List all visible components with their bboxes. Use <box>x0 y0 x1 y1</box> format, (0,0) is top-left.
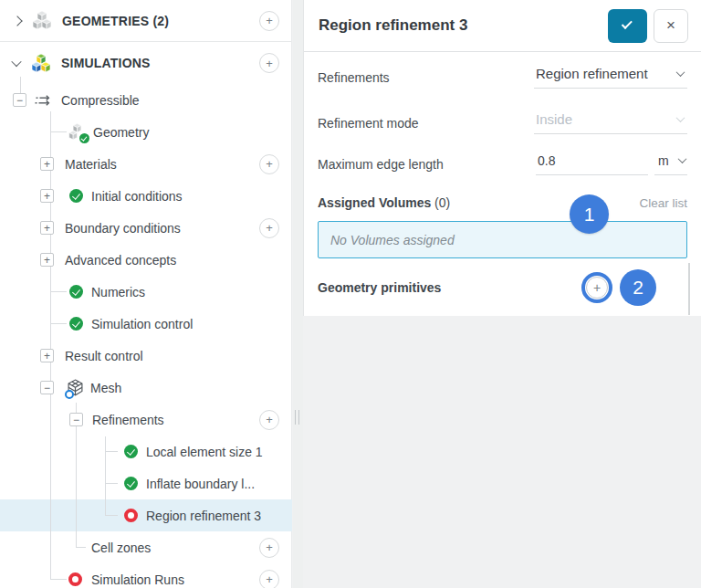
tree-item-local-element-size[interactable]: Local element size 1 <box>0 436 291 467</box>
tree-item-result-control[interactable]: + Result control <box>0 340 291 372</box>
collapse-toggle[interactable]: − <box>13 93 26 107</box>
maximum-edge-length-input[interactable] <box>536 153 648 175</box>
success-check-icon <box>124 477 138 490</box>
field-row-max-edge-length: Maximum edge length m <box>318 143 687 184</box>
tree-item-label: Geometry <box>93 125 149 140</box>
close-button[interactable]: × <box>654 9 688 43</box>
tree-item-refinements[interactable]: − Refinements + <box>0 404 291 436</box>
error-status-icon <box>68 572 82 586</box>
section-label: SIMULATIONS <box>61 56 151 70</box>
tree-item-label: Local element size 1 <box>146 445 263 459</box>
tree-item-label: Cell zones <box>91 541 151 555</box>
annotation-step-1-badge: 1 <box>570 194 609 234</box>
clear-list-button[interactable]: Clear list <box>639 196 687 210</box>
assigned-volumes-count: (0) <box>434 195 450 210</box>
tree-item-label: Simulation Runs <box>91 572 184 587</box>
success-check-icon <box>124 445 138 458</box>
tree-item-advanced-concepts[interactable]: + Advanced concepts <box>0 244 291 276</box>
add-cell-zone-button[interactable]: + <box>259 538 279 558</box>
tree-item-simulation-runs[interactable]: Simulation Runs + <box>0 563 291 588</box>
unit-select[interactable]: m <box>654 153 687 175</box>
refinement-mode-select[interactable]: Inside <box>534 111 687 134</box>
field-row-refinements: Refinements Region refinement <box>318 52 687 102</box>
add-simulation-run-button[interactable]: + <box>259 570 279 588</box>
expand-toggle[interactable]: + <box>40 349 54 362</box>
annotation-step-2-badge: 2 <box>620 269 656 306</box>
tree-item-label: Initial conditions <box>91 189 183 204</box>
add-simulation-button[interactable]: + <box>259 53 279 73</box>
assigned-volumes-label: Assigned Volumes <box>318 195 431 210</box>
project-tree-sidebar: GEOMETRIES (2) + SIMULATIONS <box>0 0 292 588</box>
geometry-primitives-row: Geometry primitives + 2 <box>318 258 687 316</box>
panel-gutter <box>293 0 303 588</box>
tree-item-label: Materials <box>65 157 117 172</box>
mesh-cube-icon <box>67 379 84 396</box>
geometry-primitives-label: Geometry primitives <box>318 280 441 295</box>
tree-item-compressible[interactable]: − Compressible <box>0 84 291 116</box>
field-label: Maximum edge length <box>318 157 444 172</box>
tree-item-label: Inflate boundary l... <box>146 477 255 491</box>
expand-toggle[interactable]: + <box>40 221 54 235</box>
collapse-toggle[interactable]: − <box>40 381 54 394</box>
tree-item-cell-zones[interactable]: Cell zones + <box>0 531 291 563</box>
cubes-grey-icon <box>31 11 53 30</box>
tree-item-label: Region refinement 3 <box>146 509 261 523</box>
expand-toggle[interactable]: + <box>40 189 54 203</box>
panel-title: Region refinement 3 <box>319 16 608 35</box>
chevron-right-icon[interactable] <box>12 16 22 26</box>
tree-item-simulation-control[interactable]: Simulation control <box>0 308 291 340</box>
select-value: m <box>658 153 669 168</box>
tree-item-label: Mesh <box>90 381 121 395</box>
expand-toggle[interactable]: + <box>40 253 54 267</box>
add-boundary-condition-button[interactable]: + <box>259 218 279 238</box>
field-label: Refinements <box>318 70 390 85</box>
no-volumes-info-box: No Volumes assigned <box>318 221 687 258</box>
tree-item-initial-conditions[interactable]: + Initial conditions <box>0 180 291 212</box>
geometry-cubes-icon <box>68 123 87 141</box>
panel-scrollbar-thumb[interactable] <box>688 263 690 315</box>
section-label: GEOMETRIES (2) <box>62 14 169 28</box>
select-value: Inside <box>536 111 572 127</box>
check-icon <box>622 18 633 29</box>
panel-header: Region refinement 3 × <box>304 0 701 52</box>
add-geometry-button[interactable]: + <box>259 11 279 31</box>
chevron-down-icon <box>676 113 685 122</box>
chevron-down-icon[interactable] <box>11 57 21 67</box>
confirm-button[interactable] <box>608 9 647 43</box>
tree-item-geometry[interactable]: Geometry <box>0 116 291 148</box>
tree-item-label: Refinements <box>92 413 164 427</box>
expand-toggle[interactable]: + <box>40 157 54 171</box>
success-check-icon <box>69 285 83 299</box>
add-geometry-primitive-button[interactable]: + <box>586 277 608 299</box>
tree-item-numerics[interactable]: Numerics <box>0 276 291 308</box>
tree-item-label: Boundary conditions <box>65 221 181 236</box>
cubes-color-icon <box>30 54 52 73</box>
settings-panel: Region refinement 3 × Refinements Region… <box>303 0 701 316</box>
panel-resize-handle[interactable] <box>295 410 299 425</box>
tree-item-boundary-conditions[interactable]: + Boundary conditions + <box>0 212 291 244</box>
tree-item-label: Numerics <box>91 285 145 299</box>
field-row-refinement-mode: Refinement mode Inside <box>318 102 687 143</box>
select-value: Region refinement <box>536 66 648 81</box>
flow-arrows-icon <box>34 94 54 107</box>
tree-item-region-refinement[interactable]: Region refinement 3 <box>0 499 291 531</box>
success-check-icon <box>69 189 83 203</box>
success-check-badge <box>79 133 89 143</box>
tree-item-label: Result control <box>65 349 143 363</box>
tree-item-label: Compressible <box>61 93 140 108</box>
section-simulations[interactable]: SIMULATIONS + <box>0 42 291 84</box>
error-status-icon <box>124 509 138 522</box>
chevron-down-icon <box>676 68 685 77</box>
tree-item-mesh[interactable]: − Mesh <box>0 372 291 404</box>
add-refinement-button[interactable]: + <box>259 410 279 430</box>
section-geometries[interactable]: GEOMETRIES (2) + <box>0 0 291 42</box>
refinements-select[interactable]: Region refinement <box>534 66 687 89</box>
annotation-highlight-ring: + <box>581 272 612 303</box>
assigned-volumes-header: Assigned Volumes (0) Clear list <box>318 184 687 221</box>
tree-item-materials[interactable]: + Materials + <box>0 148 291 180</box>
tree-item-label: Simulation control <box>91 317 193 331</box>
collapse-toggle[interactable]: − <box>69 413 83 426</box>
add-material-button[interactable]: + <box>259 154 279 174</box>
tree-item-inflate-boundary[interactable]: Inflate boundary l... <box>0 467 291 499</box>
field-label: Refinement mode <box>318 116 419 131</box>
